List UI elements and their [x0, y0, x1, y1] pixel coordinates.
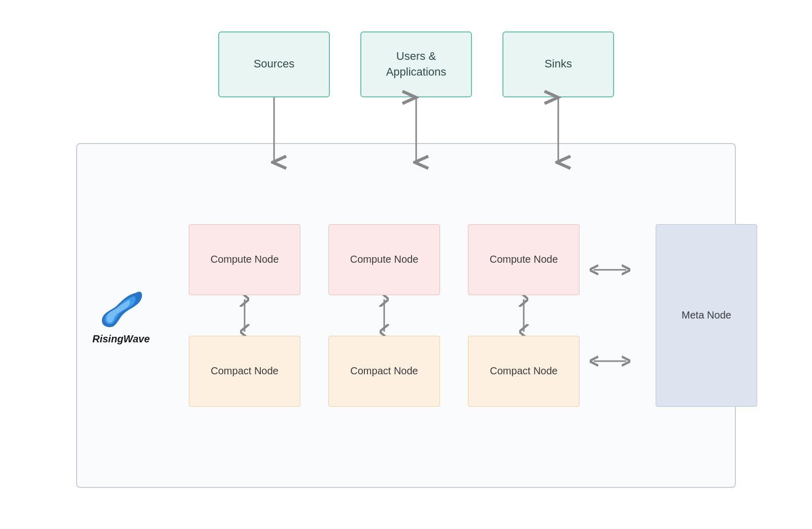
logo-text: RisingWave: [92, 333, 150, 345]
node-column-2: Compute Node: [328, 224, 440, 407]
node-grid: Compute Node: [189, 164, 725, 467]
compact-node-1: Compact Node: [189, 336, 300, 407]
compute-node-1: Compute Node: [189, 224, 300, 295]
sources-box: Sources: [218, 31, 330, 97]
v-arrow-2: [374, 295, 394, 336]
sinks-box: Sinks: [502, 31, 614, 97]
v-arrow-1: [234, 295, 255, 336]
compact-node-3: Compact Node: [468, 336, 580, 407]
h-arrow-compact: [590, 354, 630, 369]
diagram-wrapper: Sources Users &Applications Sinks: [51, 31, 761, 498]
node-column-1: Compute Node: [189, 224, 300, 407]
main-container: RisingWave Compute Node: [76, 143, 736, 488]
v-arrow-3: [514, 295, 534, 336]
meta-node-wrapper: Meta Node: [656, 224, 757, 407]
nodes-columns: Compute Node: [189, 224, 580, 407]
logo-area: RisingWave: [92, 286, 150, 345]
compute-node-3: Compute Node: [468, 224, 580, 295]
top-row: Sources Users &Applications Sinks: [218, 31, 614, 97]
h-arrows-container: [590, 224, 630, 407]
risingwave-logo-icon: [96, 286, 147, 329]
users-applications-box: Users &Applications: [360, 31, 472, 97]
compact-node-2: Compact Node: [328, 336, 440, 407]
node-column-3: Compute Node: [468, 224, 580, 407]
h-arrow-compute: [590, 262, 630, 277]
compute-node-2: Compute Node: [328, 224, 440, 295]
users-applications-label: Users &Applications: [386, 49, 447, 80]
meta-node: Meta Node: [656, 224, 757, 407]
